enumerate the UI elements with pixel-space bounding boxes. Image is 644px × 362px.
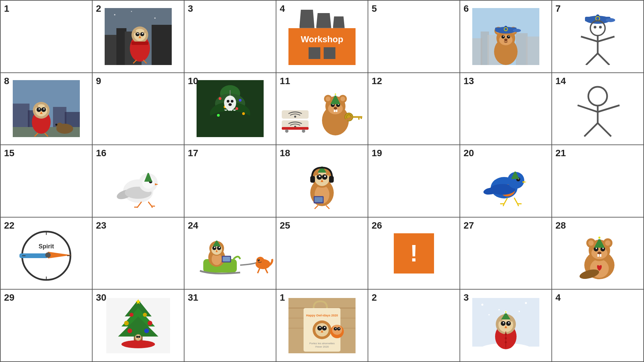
- svg-point-226: [597, 252, 601, 254]
- owl-winter-photo: [105, 8, 172, 65]
- cell-number-9: 9: [96, 76, 101, 86]
- cell-4b[interactable]: 4: [552, 290, 644, 362]
- cell-8[interactable]: 8: [1, 73, 93, 145]
- cell-number-10: 10: [188, 76, 198, 86]
- cell-17[interactable]: 17: [184, 145, 276, 218]
- xmas-tree-photo: [106, 298, 170, 353]
- svg-line-167: [315, 205, 318, 209]
- svg-point-54: [599, 26, 602, 28]
- cell-24[interactable]: 24: [184, 218, 276, 290]
- cell-number-13: 13: [464, 76, 474, 86]
- cell-4[interactable]: 4 Workshop: [276, 1, 368, 73]
- cell-number-12: 12: [372, 76, 382, 86]
- cell-15[interactable]: 15: [1, 145, 93, 218]
- svg-rect-2: [105, 35, 118, 65]
- workshop-windows: [309, 47, 335, 59]
- svg-point-128: [588, 87, 607, 106]
- svg-point-285: [503, 322, 504, 323]
- cell-11[interactable]: 11: [276, 73, 368, 145]
- svg-text:Portez les ahornettes: Portez les ahornettes: [309, 342, 335, 345]
- svg-line-59: [598, 53, 609, 65]
- cell-2[interactable]: 2: [93, 1, 184, 73]
- cell-7[interactable]: 7: [552, 1, 644, 73]
- svg-point-209: [256, 257, 264, 265]
- cell-23[interactable]: 23: [93, 218, 184, 290]
- chimney-1: [300, 10, 315, 28]
- svg-point-225: [602, 248, 604, 249]
- svg-point-79: [55, 124, 57, 126]
- svg-point-294: [505, 333, 507, 335]
- stickman-svg: [571, 80, 625, 137]
- svg-point-87: [219, 97, 221, 100]
- cell-20[interactable]: 20: [460, 145, 552, 218]
- ghost-tree-photo: [197, 80, 264, 137]
- svg-point-205: [216, 239, 218, 241]
- cell-number-16: 16: [96, 148, 106, 159]
- cell-29[interactable]: 29: [1, 290, 93, 362]
- cell-6-content: [460, 1, 551, 72]
- svg-point-247: [136, 336, 138, 338]
- cell-16[interactable]: 16: [93, 145, 184, 218]
- svg-point-156: [319, 175, 321, 177]
- workshop-building: Workshop: [288, 8, 356, 65]
- cell-number-1: 1: [4, 3, 9, 14]
- svg-point-90: [235, 107, 238, 110]
- svg-point-258: [315, 323, 329, 337]
- cell-6[interactable]: 6: [460, 1, 552, 73]
- svg-point-42: [513, 29, 521, 32]
- svg-point-259: [317, 326, 322, 330]
- svg-rect-163: [310, 176, 315, 183]
- svg-point-96: [231, 100, 233, 103]
- cell-19[interactable]: 19: [368, 145, 460, 218]
- cell-3b[interactable]: 3: [460, 290, 552, 362]
- svg-point-72: [43, 108, 45, 110]
- cell-number-30: 30: [96, 292, 106, 303]
- svg-point-284: [506, 321, 511, 326]
- workshop-label: Workshop: [301, 34, 343, 45]
- svg-point-292: [505, 311, 506, 313]
- cell-10[interactable]: 10: [184, 73, 276, 145]
- workshop-window-2: [324, 47, 335, 59]
- cell-25[interactable]: 25: [276, 218, 368, 290]
- workshop-body: Workshop: [288, 28, 356, 65]
- cell-number-6: 6: [464, 3, 469, 14]
- svg-line-56: [581, 37, 598, 42]
- cell-13[interactable]: 13: [460, 73, 552, 145]
- cell-9[interactable]: 9: [93, 73, 184, 145]
- cell-26[interactable]: 26 !: [368, 218, 460, 290]
- svg-point-178: [514, 169, 517, 172]
- cell-1b[interactable]: 1 Happy Owl-idays 2020: [276, 290, 368, 362]
- cell-number-21: 21: [555, 148, 566, 159]
- svg-point-39: [504, 39, 507, 41]
- svg-point-261: [319, 327, 321, 328]
- svg-point-260: [322, 326, 327, 330]
- cell-30[interactable]: 30: [93, 290, 184, 362]
- cell-31[interactable]: 31: [184, 290, 276, 362]
- svg-line-133: [598, 123, 611, 136]
- cell-4-content: Workshop: [276, 1, 368, 72]
- svg-point-162: [321, 164, 323, 167]
- cell-1[interactable]: 1: [1, 1, 93, 73]
- svg-point-69: [37, 107, 41, 112]
- cell-27[interactable]: 27: [460, 218, 552, 290]
- svg-line-213: [265, 268, 268, 273]
- cell-2b[interactable]: 2: [368, 290, 460, 362]
- svg-point-95: [227, 100, 229, 103]
- cell-number-28: 28: [555, 220, 566, 231]
- cell-3[interactable]: 3: [184, 1, 276, 73]
- svg-point-15: [142, 33, 143, 34]
- svg-point-248: [138, 336, 140, 338]
- cell-14[interactable]: 14: [552, 73, 644, 145]
- svg-text:l'hiver 2020: l'hiver 2020: [315, 345, 329, 348]
- owl-snow-photo: [472, 298, 539, 353]
- cell-2-content: [93, 1, 184, 72]
- cell-28[interactable]: 28: [552, 218, 644, 290]
- cell-22[interactable]: 22 Spirit: [1, 218, 93, 290]
- cell-12[interactable]: 12: [368, 73, 460, 145]
- cell-5[interactable]: 5: [368, 1, 460, 73]
- svg-point-91: [217, 114, 220, 117]
- cell-1b-content: Happy Owl-idays 2020 Portez les ahornett…: [276, 290, 368, 361]
- cell-number-15: 15: [4, 148, 14, 159]
- cell-21[interactable]: 21: [552, 145, 644, 218]
- cell-18[interactable]: 18: [276, 145, 368, 218]
